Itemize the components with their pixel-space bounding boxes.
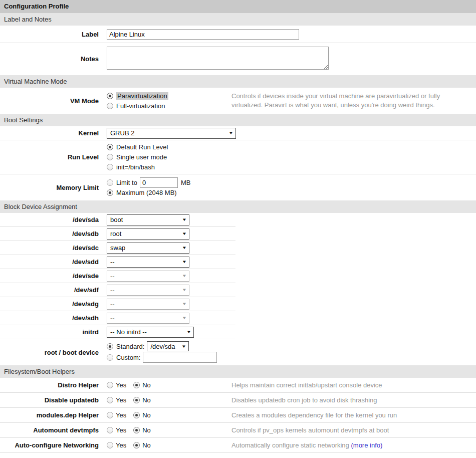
run-level-option-label: init=/bin/bash <box>116 163 155 171</box>
disable-updatedb-row: Disable updatedb Yes No Disables updated… <box>0 393 476 408</box>
chevron-down-icon: ▼ <box>182 302 187 306</box>
memory-limit-to-label: Limit to <box>116 179 137 186</box>
kernel-label: Kernel <box>0 129 103 137</box>
standard-label: Standard: <box>116 343 144 350</box>
radio-no-icon[interactable] <box>133 442 140 448</box>
custom-device-input[interactable] <box>143 352 217 363</box>
radio-yes-icon[interactable] <box>107 397 113 403</box>
standard-device-select-value: /dev/sda <box>150 343 175 350</box>
vm-mode-option-full-virtualization[interactable]: Full-virtualization <box>107 101 231 111</box>
block-device-row-sde: /dev/sde -- ▼ <box>0 269 235 283</box>
initrd-label: initrd <box>0 328 103 336</box>
run-level-option-single-user[interactable]: Single user mode <box>107 152 231 162</box>
block-device-select-value: root <box>110 230 121 238</box>
more-info-link[interactable]: (more info) <box>351 441 382 449</box>
radio-no-icon[interactable] <box>133 412 140 418</box>
auto-configure-networking-label: Auto-configure Networking <box>0 441 103 449</box>
section-boot-settings: Boot Settings <box>0 114 476 126</box>
block-device-select[interactable]: root ▼ <box>107 228 189 240</box>
device-label: /dev/sde <box>0 272 103 280</box>
radio-no-icon[interactable] <box>133 382 140 388</box>
block-device-select-value: -- <box>110 258 115 266</box>
notes-textarea[interactable] <box>107 47 329 70</box>
block-device-row-sdg: /dev/sdg -- ▼ <box>0 297 235 311</box>
memory-maximum-label: Maximum (2048 MB) <box>116 189 177 196</box>
block-device-select[interactable]: boot ▼ <box>107 214 189 225</box>
chevron-down-icon: ▼ <box>182 274 187 278</box>
run-level-option-label: Default Run Level <box>116 143 168 151</box>
custom-label: Custom: <box>116 354 140 361</box>
device-label: /dev/sdh <box>0 314 103 322</box>
yes-label: Yes <box>116 396 126 404</box>
standard-device-select[interactable]: /dev/sda ▼ <box>147 341 189 351</box>
section-block-device-assignment: Block Device Assignment <box>0 200 476 213</box>
vm-mode-option-label: Paravirtualization <box>116 92 168 100</box>
chevron-down-icon: ▼ <box>182 217 187 222</box>
chevron-down-icon: ▼ <box>182 260 187 264</box>
radio-icon[interactable] <box>107 179 113 186</box>
radio-checked-icon[interactable] <box>107 144 113 150</box>
radio-icon[interactable] <box>107 354 113 361</box>
radio-icon[interactable] <box>107 164 113 170</box>
block-device-select-disabled: -- ▼ <box>107 299 189 310</box>
block-device-select-value: swap <box>110 244 125 252</box>
distro-helper-row: Distro Helper Yes No Helps maintain corr… <box>0 378 476 393</box>
memory-limit-option-limit[interactable]: Limit to MB <box>107 177 303 187</box>
vm-mode-option-paravirtualization[interactable]: Paravirtualization <box>107 91 231 101</box>
run-level-row: Run Level Default Run Level Single user … <box>0 140 476 174</box>
initrd-select[interactable]: -- No initrd -- ▼ <box>107 327 194 338</box>
device-label: /dev/sda <box>0 216 103 223</box>
run-level-option-init-bash[interactable]: init=/bin/bash <box>107 162 231 172</box>
memory-limit-row: Memory Limit Limit to MB Maximum (2048 M… <box>0 174 476 200</box>
memory-limit-input[interactable] <box>140 177 178 188</box>
chevron-down-icon: ▼ <box>182 288 187 292</box>
radio-yes-icon[interactable] <box>107 427 113 433</box>
chevron-down-icon: ▼ <box>186 330 191 334</box>
kernel-select[interactable]: GRUB 2 ▼ <box>107 128 236 139</box>
no-label: No <box>142 396 151 404</box>
radio-checked-icon[interactable] <box>107 189 113 196</box>
device-label: /dev/sdb <box>0 230 103 238</box>
kernel-select-value: GRUB 2 <box>110 129 134 137</box>
label-field-label: Label <box>0 31 103 38</box>
yes-label: Yes <box>116 441 126 449</box>
root-boot-standard-option[interactable]: Standard: /dev/sda ▼ <box>107 341 233 351</box>
yes-label: Yes <box>116 411 126 419</box>
modules-dep-helper-row: modules.dep Helper Yes No Creates a modu… <box>0 408 476 423</box>
radio-icon[interactable] <box>107 103 113 109</box>
block-device-select-disabled: -- ▼ <box>107 313 189 324</box>
automount-devtmpfs-label: Automount devtmpfs <box>0 426 103 434</box>
radio-no-icon[interactable] <box>133 397 140 403</box>
initrd-row: initrd -- No initrd -- ▼ <box>0 325 235 339</box>
radio-no-icon[interactable] <box>133 427 140 433</box>
label-input[interactable] <box>107 29 299 40</box>
no-label: No <box>142 441 151 449</box>
chevron-down-icon: ▼ <box>182 246 187 250</box>
root-boot-custom-option[interactable]: Custom: <box>107 351 233 363</box>
run-level-label: Run Level <box>0 153 103 161</box>
block-device-row-sdh: /dev/sdh -- ▼ <box>0 311 235 325</box>
kernel-row: Kernel GRUB 2 ▼ <box>0 126 476 140</box>
block-device-select[interactable]: swap ▼ <box>107 243 189 254</box>
memory-limit-option-maximum[interactable]: Maximum (2048 MB) <box>107 187 303 197</box>
radio-yes-icon[interactable] <box>107 442 113 448</box>
section-virtual-machine-mode: Virtual Machine Mode <box>0 75 476 88</box>
block-device-select-value: boot <box>110 216 123 223</box>
radio-icon[interactable] <box>107 154 113 160</box>
memory-unit-label: MB <box>181 179 191 186</box>
block-device-select-value: -- <box>110 272 115 280</box>
section-label-and-notes: Label and Notes <box>0 13 476 26</box>
block-device-select[interactable]: -- ▼ <box>107 257 189 268</box>
run-level-option-label: Single user mode <box>116 153 167 161</box>
radio-checked-icon[interactable] <box>107 343 113 350</box>
radio-yes-icon[interactable] <box>107 412 113 418</box>
run-level-option-default[interactable]: Default Run Level <box>107 142 231 152</box>
block-device-row-sdc: /dev/sdc swap ▼ <box>0 241 235 255</box>
notes-field-label: Notes <box>0 55 103 63</box>
block-device-select-disabled: -- ▼ <box>107 271 189 282</box>
radio-yes-icon[interactable] <box>107 382 113 388</box>
radio-checked-icon[interactable] <box>107 93 113 99</box>
disable-updatedb-label: Disable updatedb <box>0 396 103 404</box>
auto-configure-networking-row: Auto-configure Networking Yes No Automat… <box>0 438 476 453</box>
vm-mode-option-label: Full-virtualization <box>116 102 165 110</box>
